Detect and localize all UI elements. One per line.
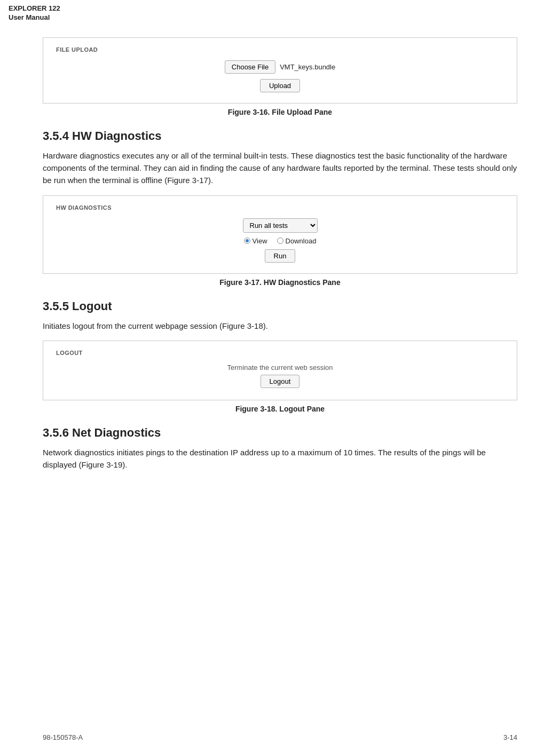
- radio-download-dot: [277, 238, 283, 244]
- run-button[interactable]: Run: [265, 249, 296, 263]
- radio-view-dot: [244, 238, 250, 244]
- page-header: EXPLORER 122 User Manual: [0, 0, 560, 23]
- section-355-heading: 3.5.5 Logout: [43, 299, 517, 313]
- section-356-number: 3.5.6: [43, 426, 69, 439]
- radio-download[interactable]: Download: [277, 237, 317, 245]
- radio-view-label: View: [253, 237, 267, 245]
- header-line1: EXPLORER 122: [9, 4, 60, 12]
- logout-figure-box: LOGOUT Terminate the current web session…: [43, 341, 517, 400]
- hw-diag-select-row: Run all tests: [56, 218, 504, 233]
- section-356-title: Net Diagnostics: [72, 426, 161, 439]
- section-354-number: 3.5.4: [43, 129, 69, 143]
- main-content: FILE UPLOAD Choose File VMT_keys.bundle …: [0, 23, 560, 498]
- section-354-title: HW Diagnostics: [72, 129, 161, 143]
- radio-download-label: Download: [286, 237, 317, 245]
- section-354-body: Hardware diagnostics executes any or all…: [43, 149, 517, 187]
- section-354-heading: 3.5.4 HW Diagnostics: [43, 129, 517, 143]
- figure16-caption: Figure 3-16. File Upload Pane: [43, 108, 517, 116]
- file-upload-row: Choose File VMT_keys.bundle: [56, 60, 504, 74]
- section-355-number: 3.5.5: [43, 299, 69, 313]
- radio-view[interactable]: View: [244, 237, 267, 245]
- radio-row: View Download: [56, 237, 504, 245]
- upload-button[interactable]: Upload: [260, 79, 300, 92]
- choose-file-button[interactable]: Choose File: [225, 60, 275, 74]
- file-name-display: VMT_keys.bundle: [280, 63, 335, 71]
- logout-button[interactable]: Logout: [261, 375, 300, 388]
- file-upload-figure-box: FILE UPLOAD Choose File VMT_keys.bundle …: [43, 37, 517, 104]
- figure18-caption: Figure 3-18. Logout Pane: [43, 405, 517, 413]
- footer-left: 98-150578-A: [43, 733, 83, 741]
- file-upload-box-title: FILE UPLOAD: [56, 46, 504, 53]
- header-line2: User Manual: [9, 13, 50, 21]
- section-356-heading: 3.5.6 Net Diagnostics: [43, 426, 517, 440]
- footer-right: 3-14: [503, 733, 517, 741]
- section-355-title: Logout: [72, 299, 112, 313]
- section-356-body: Network diagnostics initiates pings to t…: [43, 446, 517, 471]
- page-footer: 98-150578-A 3-14: [0, 733, 560, 741]
- logout-box-title: LOGOUT: [56, 350, 504, 356]
- hw-diag-box-title: HW DIAGNOSTICS: [56, 204, 504, 211]
- header-title: EXPLORER 122 User Manual: [9, 4, 551, 22]
- section-355-body: Initiates logout from the current webpag…: [43, 320, 517, 332]
- logout-message: Terminate the current web session: [56, 363, 504, 371]
- figure17-caption: Figure 3-17. HW Diagnostics Pane: [43, 278, 517, 287]
- run-all-tests-select[interactable]: Run all tests: [243, 218, 318, 233]
- hw-diag-figure-box: HW DIAGNOSTICS Run all tests View Downlo…: [43, 195, 517, 274]
